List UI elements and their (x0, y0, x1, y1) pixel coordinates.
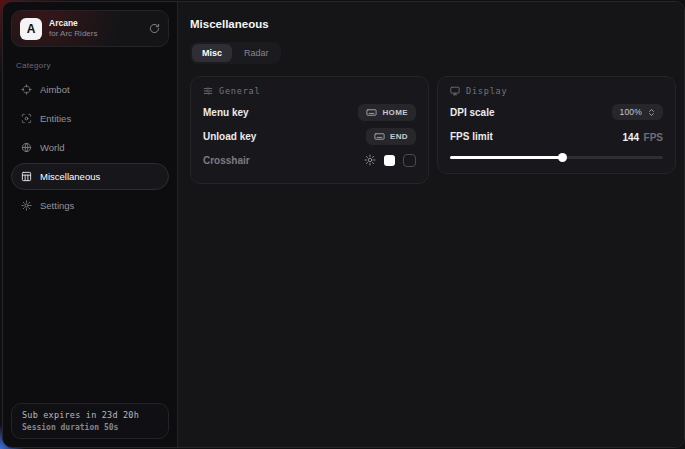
sidebar-item-label: Aimbot (40, 84, 70, 95)
category-label: Category (16, 61, 169, 70)
globe-icon (21, 142, 32, 153)
slider-track[interactable] (450, 156, 663, 159)
general-card-title: General (219, 86, 260, 96)
unload-key-bind-button[interactable]: END (366, 128, 416, 145)
display-card: Display DPI scale 100% FPS limit (437, 76, 676, 174)
dpi-scale-label: DPI scale (450, 107, 494, 118)
crosshair-controls (364, 154, 416, 167)
sidebar-item-label: Entities (40, 113, 71, 124)
menu-key-label: Menu key (203, 107, 249, 118)
dpi-scale-row: DPI scale 100% (450, 100, 663, 124)
refresh-icon[interactable] (149, 23, 160, 34)
app-logo: A (20, 18, 42, 40)
page-title: Miscellaneous (190, 18, 676, 30)
keyboard-icon (374, 131, 385, 142)
slider-fill (450, 156, 563, 159)
crosshair-settings-gear-icon[interactable] (364, 154, 376, 166)
chevrons-up-down-icon (647, 108, 656, 117)
dpi-scale-value: 100% (619, 107, 642, 117)
subscription-card: Sub expires in 23d 20h Session duration … (11, 403, 169, 439)
fps-limit-row: FPS limit 144 FPS (450, 124, 663, 148)
settings-cards: General Menu key HOME Unload key (190, 76, 676, 184)
sidebar-item-entities[interactable]: Entities (11, 105, 169, 132)
fps-limit-label: FPS limit (450, 131, 493, 142)
brand-name: Arcane (49, 19, 142, 29)
crosshair-icon (21, 84, 32, 95)
crosshair-label: Crosshair (203, 155, 250, 166)
gear-icon (21, 200, 32, 211)
scan-icon (21, 113, 32, 124)
fps-limit-value-group: 144 FPS (622, 127, 663, 145)
display-card-header: Display (450, 86, 663, 96)
menu-key-value: HOME (382, 108, 408, 117)
general-card: General Menu key HOME Unload key (190, 76, 429, 184)
sidebar: A Arcane for Arc Riders Category (3, 2, 177, 447)
menu-key-row: Menu key HOME (203, 100, 416, 124)
grid-icon (21, 171, 32, 182)
fps-limit-unit: FPS (644, 132, 663, 143)
unload-key-value: END (390, 132, 408, 141)
display-card-title: Display (466, 86, 507, 96)
crosshair-row: Crosshair (203, 148, 416, 172)
sidebar-item-world[interactable]: World (11, 134, 169, 161)
sidebar-item-label: Settings (40, 200, 74, 211)
crosshair-color-swatch[interactable] (384, 155, 395, 166)
tab-bar: Misc Radar (190, 42, 281, 64)
fps-limit-value: 144 (622, 132, 639, 143)
brand-subtitle: for Arc Riders (49, 29, 142, 38)
tab-misc[interactable]: Misc (192, 44, 232, 62)
general-card-header: General (203, 86, 416, 96)
fps-limit-slider[interactable] (450, 153, 663, 162)
app-window: A Arcane for Arc Riders Category (2, 1, 685, 448)
sidebar-item-miscellaneous[interactable]: Miscellaneous (11, 163, 169, 190)
session-duration-text: Session duration 50s (22, 423, 158, 432)
dpi-scale-select[interactable]: 100% (612, 104, 663, 120)
category-nav: Aimbot Entities World (11, 76, 169, 219)
brand-text: Arcane for Arc Riders (49, 19, 142, 38)
crosshair-checkbox[interactable] (403, 154, 416, 167)
tab-radar[interactable]: Radar (234, 44, 279, 62)
slider-thumb[interactable] (558, 153, 567, 162)
sidebar-item-label: World (40, 142, 65, 153)
sub-expires-text: Sub expires in 23d 20h (22, 410, 158, 420)
keyboard-icon (366, 107, 377, 118)
unload-key-label: Unload key (203, 131, 256, 142)
monitor-icon (450, 86, 460, 96)
sidebar-item-settings[interactable]: Settings (11, 192, 169, 219)
sidebar-item-aimbot[interactable]: Aimbot (11, 76, 169, 103)
unload-key-row: Unload key END (203, 124, 416, 148)
brand-card: A Arcane for Arc Riders (11, 10, 169, 47)
menu-key-bind-button[interactable]: HOME (358, 104, 416, 121)
main-panel: Miscellaneous Misc Radar General (177, 2, 685, 447)
sliders-icon (203, 86, 213, 96)
sidebar-item-label: Miscellaneous (40, 171, 100, 182)
